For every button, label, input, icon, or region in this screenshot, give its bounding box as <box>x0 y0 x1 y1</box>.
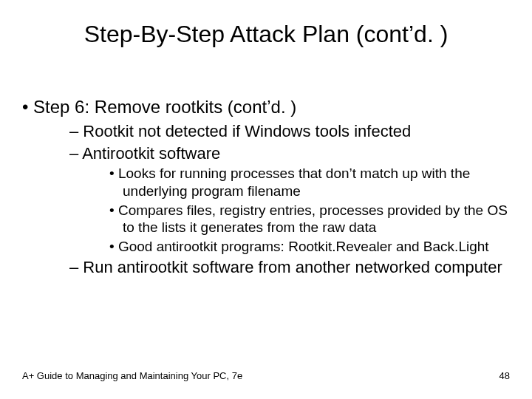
bullet-text: Good antirootkit programs: Rootkit.Revea… <box>118 239 489 254</box>
bullet-text: Step 6: Remove rootkits (cont’d. ) <box>33 97 296 117</box>
bullet-l2: Rootkit not detected if Windows tools in… <box>69 121 510 142</box>
bullet-l2: Run antirootkit software from another ne… <box>69 257 510 278</box>
bullet-text: Rootkit not detected if Windows tools in… <box>83 122 411 140</box>
bullet-text: Run antirootkit software from another ne… <box>83 258 502 276</box>
bullet-l3: Compares files, registry entries, proces… <box>109 202 510 237</box>
bullet-l3: Good antirootkit programs: Rootkit.Revea… <box>109 238 510 256</box>
bullet-l3: Looks for running processes that don’t m… <box>109 165 510 200</box>
bullet-l1: Step 6: Remove rootkits (cont’d. ) Rootk… <box>22 96 510 277</box>
bullet-text: Antirootkit software <box>82 144 220 163</box>
bullet-text: Compares files, registry entries, proces… <box>118 202 508 236</box>
footer-source: A+ Guide to Managing and Maintaining You… <box>22 370 242 381</box>
slide-body: Step 6: Remove rootkits (cont’d. ) Rootk… <box>22 96 510 280</box>
slide: Step-By-Step Attack Plan (cont’d. ) Step… <box>0 0 532 399</box>
page-number: 48 <box>499 370 510 381</box>
bullet-l2: Antirootkit software Looks for running p… <box>69 143 510 256</box>
slide-title: Step-By-Step Attack Plan (cont’d. ) <box>0 21 532 48</box>
bullet-text: Looks for running processes that don’t m… <box>118 166 470 199</box>
